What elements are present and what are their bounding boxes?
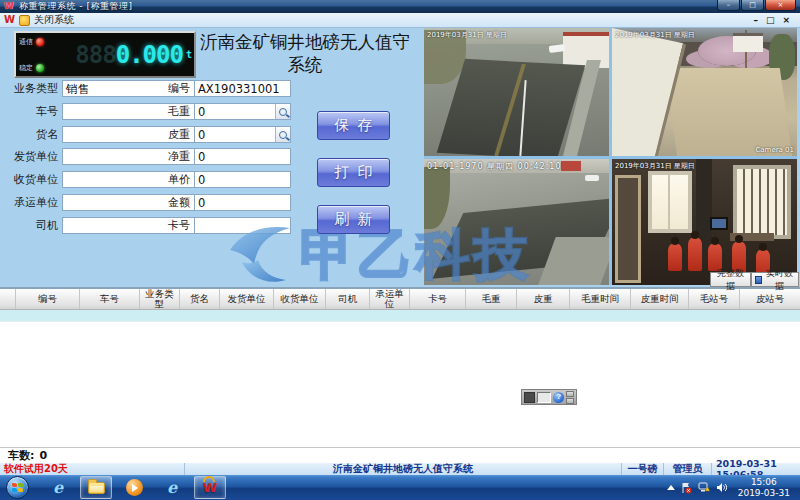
- label-unit-price: 单价: [150, 171, 190, 188]
- concrete-ramp: [665, 68, 792, 156]
- unit-price-field: [194, 171, 291, 188]
- person: [688, 237, 702, 271]
- magnifier-icon: [279, 108, 287, 116]
- screen: W 称重管理系统 - [称重管理] – □ × W 关闭系统 – □ × 通信 …: [0, 0, 800, 500]
- mini-nav-up-button[interactable]: [566, 391, 574, 397]
- window-title: 称重管理系统 - [称重管理]: [19, 0, 133, 13]
- net-weight-field: [194, 148, 291, 165]
- close-button[interactable]: ×: [765, 0, 796, 11]
- menu-item-close-system[interactable]: 关闭系统: [34, 13, 74, 27]
- empty-selected-row[interactable]: [0, 310, 800, 322]
- realtime-data-icon: [755, 276, 762, 284]
- unit-price-input[interactable]: [195, 172, 290, 187]
- volume-icon[interactable]: [716, 482, 727, 493]
- column-header-blank: [0, 289, 16, 309]
- label-driver: 司机: [6, 217, 58, 234]
- column-header-vehicle-no: 车号: [80, 289, 140, 309]
- status-datetime: 2019-03-31 15:06:58: [712, 463, 800, 475]
- person: [668, 243, 682, 271]
- taskbar-item-explorer[interactable]: [80, 476, 112, 499]
- weighing-app-icon: W: [203, 481, 217, 494]
- label-gross-weight: 毛重: [150, 103, 190, 120]
- mdi-minimize-button[interactable]: –: [753, 16, 758, 25]
- title-bar: W 称重管理系统 - [称重管理] – □ ×: [0, 0, 800, 13]
- window-right: [733, 165, 791, 239]
- tray-clock[interactable]: 15:06 2019-03-31: [733, 477, 795, 499]
- menu-bar: W 关闭系统 – □ ×: [0, 13, 800, 28]
- internet-explorer-icon: e: [53, 480, 63, 496]
- trial-notice: 软件试用20天: [0, 463, 185, 475]
- camera-feed-3: 01-01-1970 星期四 00:42:10: [424, 159, 609, 285]
- mini-nav-help-button[interactable]: ?: [553, 392, 564, 403]
- camera2-label: Camera 01: [755, 146, 794, 154]
- window-left: [648, 171, 692, 233]
- mdi-restore-button[interactable]: □: [766, 16, 775, 25]
- amount-input[interactable]: [195, 195, 290, 210]
- column-header-business-type: 业务类型: [140, 289, 180, 309]
- column-header-carrier: 承运单位: [370, 289, 410, 309]
- white-car: [585, 175, 599, 181]
- gross-weight-lookup-button[interactable]: [275, 104, 290, 119]
- taskbar: e e W 15:06 2019-03-31: [0, 475, 800, 500]
- record-no-input[interactable]: [195, 81, 290, 96]
- app-logo-icon-small: W: [4, 15, 15, 25]
- camera2-timestamp: 2019年03月31日 星期日: [615, 30, 695, 40]
- complete-data-tab[interactable]: 完整数据: [710, 272, 751, 287]
- mini-navigator: ?: [521, 389, 577, 405]
- label-vehicle-no: 车号: [6, 103, 58, 120]
- door-frame: [615, 175, 641, 283]
- label-net-weight: 净重: [150, 148, 190, 165]
- taskbar-item-ie[interactable]: e: [42, 476, 74, 499]
- gross-weight-input[interactable]: [195, 104, 275, 119]
- internet-explorer-icon: e: [167, 480, 177, 496]
- magnifier-icon: [279, 131, 287, 139]
- vehicle-count-value: 0: [39, 449, 47, 462]
- label-receiver: 收货单位: [6, 171, 58, 188]
- mini-nav-down-button[interactable]: [566, 398, 574, 404]
- status-station: 一号磅: [622, 463, 664, 475]
- save-button[interactable]: 保存: [317, 111, 390, 140]
- tray-expand-icon[interactable]: [667, 485, 675, 490]
- taskbar-item-ie-2[interactable]: e: [156, 476, 188, 499]
- taskbar-item-weighing-app[interactable]: W: [194, 476, 226, 499]
- column-header-tare-time: 皮重时间: [631, 289, 689, 309]
- system-title: 沂南金矿铜井地磅无人值守系统: [200, 30, 410, 78]
- network-status-icon[interactable]: [698, 482, 710, 493]
- print-button[interactable]: 打印: [317, 158, 390, 187]
- label-goods-name: 货名: [6, 126, 58, 143]
- label-business-type: 业务类型: [6, 80, 58, 97]
- camera-feed-2: 2019年03月31日 星期日 Camera 01: [612, 28, 797, 156]
- mdi-close-button[interactable]: ×: [782, 16, 790, 25]
- label-amount: 金额: [150, 194, 190, 211]
- monitor: [710, 217, 728, 230]
- gross-weight-field: [194, 103, 291, 120]
- exit-icon: [19, 15, 30, 26]
- net-weight-input[interactable]: [195, 149, 290, 164]
- label-shipper: 发货单位: [6, 148, 58, 165]
- column-header-record-no: 编号: [16, 289, 80, 309]
- records-table: 编号 车号 业务类型 货名 发货单位 收货单位 司机 承运单位 卡号 毛重 皮重…: [0, 287, 800, 447]
- taskbar-item-media-player[interactable]: [118, 476, 150, 499]
- action-center-flag-icon[interactable]: [681, 482, 692, 494]
- start-button[interactable]: [6, 476, 29, 499]
- building-roof: [563, 32, 609, 36]
- refresh-button[interactable]: 刷新: [317, 205, 390, 234]
- column-header-driver: 司机: [326, 289, 370, 309]
- column-header-receiver: 收货单位: [274, 289, 326, 309]
- column-header-tare: 皮重: [517, 289, 570, 309]
- maximize-button[interactable]: □: [741, 0, 764, 11]
- tare-weight-lookup-button[interactable]: [275, 127, 290, 142]
- column-header-gross: 毛重: [466, 289, 517, 309]
- stable-indicator-light: [36, 64, 44, 72]
- window-left-bar: [668, 173, 670, 231]
- realtime-data-tab[interactable]: 实时数据: [751, 272, 799, 287]
- amount-field: [194, 194, 291, 211]
- card-no-input[interactable]: [195, 218, 290, 233]
- tare-weight-input[interactable]: [195, 127, 275, 142]
- status-system-name: 沂南金矿铜井地磅无人值守系统: [185, 463, 622, 475]
- red-gate: [561, 161, 581, 171]
- camera-feed-1: 2019年03月31日 星期日: [424, 28, 609, 156]
- camera4-timestamp: 2019年03月31日 星期日: [615, 161, 695, 171]
- realtime-data-label: 实时数据: [764, 267, 795, 293]
- minimize-button[interactable]: –: [717, 0, 740, 11]
